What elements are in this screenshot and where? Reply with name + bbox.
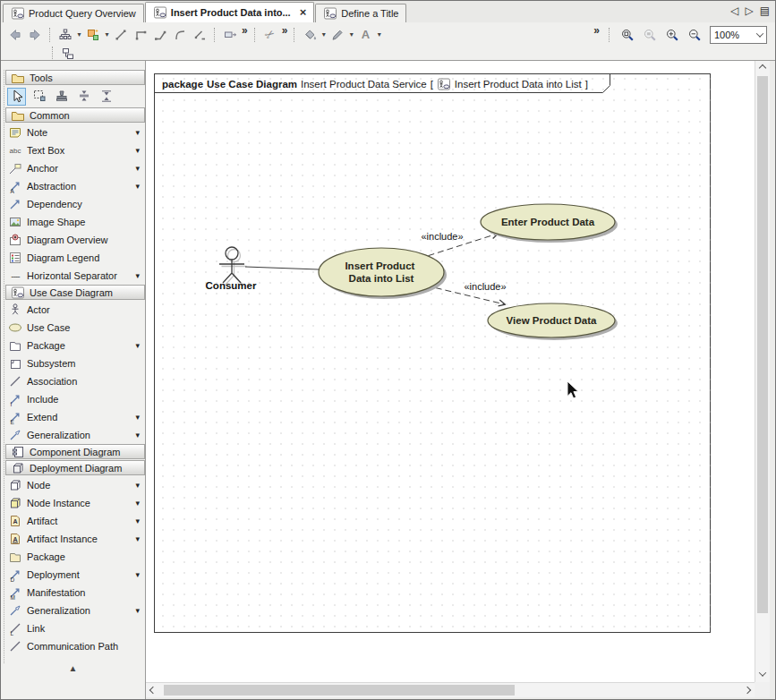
palette-item-actor[interactable]: Actor <box>1 301 145 319</box>
path-custom-button[interactable] <box>190 26 209 44</box>
chevron-down-icon[interactable]: ▾ <box>347 30 355 38</box>
chevron-down-icon[interactable]: ▾ <box>129 570 142 579</box>
chevron-down-icon[interactable]: ▾ <box>129 499 142 508</box>
chevron-down-icon[interactable]: ▾ <box>375 30 383 38</box>
zoom-fit-button[interactable] <box>640 26 660 44</box>
horizontal-scrollbar[interactable] <box>146 682 755 697</box>
palette-item-anchor[interactable]: Anchor▾ <box>1 159 145 177</box>
overflow-chevron-icon[interactable]: » <box>242 24 248 37</box>
scroll-left-button[interactable] <box>146 683 160 697</box>
scroll-down-button[interactable] <box>755 667 770 681</box>
palette-item-abstraction[interactable]: AAbstraction▾ <box>1 177 145 195</box>
diagram-frame-header[interactable]: package Use Case Diagram Insert Product … <box>155 75 592 92</box>
chevron-down-icon[interactable]: ▾ <box>129 271 142 280</box>
chevron-down-icon[interactable]: ▾ <box>129 534 142 543</box>
palette-item-deployment[interactable]: DDeployment▾ <box>1 566 145 584</box>
palette-item-communication-path[interactable]: Communication Path <box>1 637 145 655</box>
chevron-down-icon[interactable]: ▾ <box>129 606 142 615</box>
zoom-level-combo[interactable]: 100% <box>710 26 767 44</box>
layout-hierarchic-button[interactable] <box>55 26 75 44</box>
palette-section-use-case-diagram[interactable]: Use Case Diagram <box>5 285 145 300</box>
font-color-button[interactable]: A <box>355 26 375 44</box>
palette-section-component-diagram[interactable]: Component Diagram <box>5 444 145 459</box>
palette-item-text-box[interactable]: abcText Box▾ <box>1 141 145 159</box>
tab-scroll-left-button[interactable]: ◁ <box>730 4 738 17</box>
close-icon[interactable]: × <box>300 8 307 17</box>
overflow-chevron-icon[interactable]: » <box>282 24 288 37</box>
palette-item-diagram-overview[interactable]: Diagram Overview <box>1 231 145 249</box>
back-button[interactable] <box>5 26 25 44</box>
vertical-tree-tool[interactable] <box>74 88 93 106</box>
group-select-tool[interactable] <box>30 88 48 106</box>
zoom-out-button[interactable] <box>685 26 704 44</box>
tab-define-a-title[interactable]: Define a Title <box>315 4 406 22</box>
palette-item-artifact[interactable]: AArtifact▾ <box>1 512 145 530</box>
forward-button[interactable] <box>25 26 45 44</box>
palette-item-artifact-instance[interactable]: AArtifact Instance▾ <box>1 530 145 548</box>
scroll-up-button[interactable] <box>755 61 770 75</box>
chevron-down-icon[interactable]: ▾ <box>75 30 83 38</box>
chevron-down-icon[interactable]: ▾ <box>129 481 142 490</box>
path-oblique-button[interactable] <box>150 26 170 44</box>
path-straight-button[interactable] <box>111 26 131 44</box>
chevron-down-icon[interactable]: ▾ <box>129 431 142 440</box>
tab-insert-product-data-into-list[interactable]: Insert Product Data into... × <box>145 2 314 22</box>
horizontal-scrollbar-thumb[interactable] <box>164 685 515 696</box>
package-frame[interactable] <box>155 74 711 633</box>
chevron-down-icon[interactable]: ▾ <box>129 128 142 137</box>
stamp-tool[interactable] <box>52 88 71 106</box>
palette-item-subsystem[interactable]: Subsystem <box>1 354 145 372</box>
palette-item-use-case[interactable]: Use Case <box>1 319 145 337</box>
path-rectilinear-button[interactable] <box>131 26 150 44</box>
palette-item-horizontal-separator[interactable]: ----Horizontal Separator▾ <box>1 267 145 285</box>
palette-item-link[interactable]: LLink <box>1 619 145 637</box>
palette-item-package[interactable]: Package <box>1 548 145 566</box>
vertical-scrollbar-thumb[interactable] <box>757 76 768 613</box>
chevron-down-icon[interactable]: ▾ <box>129 516 142 525</box>
palette-item-node-instance[interactable]: Node Instance▾ <box>1 494 145 512</box>
palette-item-image-shape[interactable]: Image Shape <box>1 213 145 231</box>
chevron-down-icon[interactable]: ▾ <box>129 164 142 173</box>
usecase-enter-product-data[interactable]: Enter Product Data <box>481 204 618 243</box>
palette-item-generalization[interactable]: Generalization▾ <box>1 602 145 619</box>
chevron-down-icon[interactable]: ▾ <box>320 30 328 38</box>
palette-item-package[interactable]: Package▾ <box>1 337 145 354</box>
palette-item-include[interactable]: IInclude <box>1 390 145 408</box>
path-curved-button[interactable] <box>170 26 190 44</box>
palette-item-note[interactable]: Note▾ <box>1 124 145 141</box>
resize-element-button[interactable] <box>220 26 240 44</box>
add-related-element-button[interactable] <box>83 26 103 44</box>
palette-item-manifestation[interactable]: MManifestation <box>1 584 145 602</box>
chevron-down-icon[interactable]: ▾ <box>129 413 142 422</box>
zoom-actual-size-button[interactable] <box>618 26 637 44</box>
palette-collapse-button[interactable]: ▲ <box>1 663 145 673</box>
include-label[interactable]: «include» <box>421 231 463 242</box>
cut-button[interactable]: ✂ <box>260 26 280 44</box>
fill-color-button[interactable] <box>300 26 320 44</box>
include-label[interactable]: «include» <box>464 281 506 292</box>
palette-section-common[interactable]: Common <box>5 107 145 123</box>
diagram-canvas[interactable]: Consumer «include» «include» Insert Prod… <box>146 61 755 682</box>
chevron-down-icon[interactable]: ▾ <box>129 146 142 155</box>
palette-section-deployment-diagram[interactable]: Deployment Diagram <box>5 460 145 475</box>
tab-scroll-right-button[interactable]: ▷ <box>745 4 753 17</box>
chevron-down-icon[interactable]: ▾ <box>129 341 142 350</box>
zoom-in-button[interactable] <box>662 26 682 44</box>
palette-item-association[interactable]: Association <box>1 372 145 390</box>
scroll-right-button[interactable] <box>740 683 755 697</box>
palette-item-dependency[interactable]: Dependency <box>1 195 145 213</box>
compact-tree-tool[interactable] <box>97 88 115 106</box>
chevron-down-icon[interactable]: ▾ <box>103 30 111 38</box>
tab-list-button[interactable]: ▤ <box>760 4 770 17</box>
palette-section-tools[interactable]: Tools <box>5 70 145 85</box>
usecase-view-product-data[interactable]: View Product Data <box>488 303 618 340</box>
tab-product-query-overview[interactable]: Product Query Overview <box>3 4 144 22</box>
palette-item-generalization[interactable]: Generalization▾ <box>1 426 145 444</box>
line-color-button[interactable] <box>328 26 347 44</box>
chevron-down-icon[interactable]: ▾ <box>129 182 142 191</box>
select-tool[interactable] <box>7 88 26 106</box>
palette-item-extend[interactable]: EExtend▾ <box>1 408 145 426</box>
palette-item-node[interactable]: Node▾ <box>1 476 145 494</box>
overflow-chevron-icon[interactable]: » <box>593 24 600 37</box>
palette-item-diagram-legend[interactable]: Diagram Legend <box>1 249 145 267</box>
